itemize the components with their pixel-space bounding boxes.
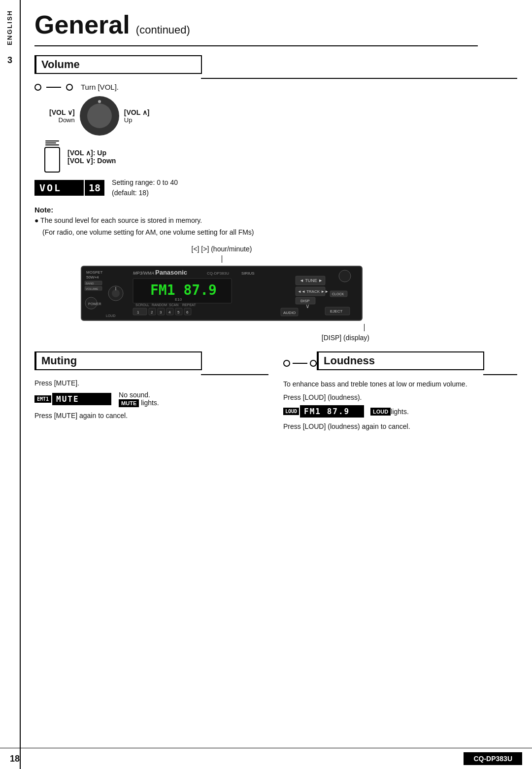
indicator-line (46, 87, 61, 88)
svg-text:EJECT: EJECT (330, 309, 342, 314)
remote-row: [VOL ∧]: Up [VOL ∨]: Down (44, 140, 517, 173)
loudness-section: Loudness To enhance bass and treble tone… (283, 351, 517, 430)
main-content: General (continued) Volume Turn [VOL]. [… (25, 0, 532, 440)
svg-point-45 (112, 289, 120, 297)
knob-diagram: [VOL ∨] Down [VOL ∧] Up (49, 96, 517, 136)
up-label: Up (124, 116, 150, 124)
loud-cancel-label: Press [LOUD] (loudness) again to cancel. (283, 422, 517, 430)
loud-badge: LOUD (370, 408, 391, 416)
turn-vol-label: Turn [VOL]. (81, 83, 119, 91)
indicator-circle-right (66, 84, 73, 91)
muting-section: Muting Press [MUTE]. EMT1 MUTE No sound.… (34, 351, 268, 430)
loudness-line (293, 363, 307, 364)
svg-text:CLOCK: CLOCK (332, 292, 344, 296)
loud-display-row: LOUD FM1 87.9 LOUD lights. (283, 405, 517, 418)
svg-text:CQ-DP383U: CQ-DP383U (207, 271, 229, 276)
knob-dot (98, 100, 101, 103)
svg-text:MOSFET: MOSFET (86, 270, 102, 275)
svg-text:3: 3 (160, 310, 162, 315)
muting-header: Muting (34, 351, 202, 370)
svg-text:Panasonic: Panasonic (155, 269, 187, 276)
svg-text:BAND: BAND (86, 282, 94, 285)
svg-text:1: 1 (137, 310, 139, 315)
no-sound-text: No sound. MUTE lights. (119, 391, 159, 407)
vol-knob[interactable] (80, 96, 119, 136)
sidebar-chapter-number: 3 (7, 55, 12, 66)
note-detail1: (For radio, one volume setting for AM, o… (42, 227, 517, 238)
svg-text:REPEAT: REPEAT (182, 303, 196, 307)
radio-svg: MOSFET 50W×4 BAND VOLUME POWER MP3/WMA P… (79, 264, 365, 323)
vol-display-screen: VOL (34, 180, 84, 196)
svg-text:VOLUME: VOLUME (86, 287, 98, 290)
svg-rect-20 (133, 308, 147, 315)
knob-inner (87, 104, 112, 128)
top-arrow (64, 255, 379, 263)
svg-text:◄◄ TRACK ►►: ◄◄ TRACK ►► (298, 289, 329, 294)
model-number: CQ-DP383U (464, 752, 522, 765)
page-title: General (34, 10, 130, 39)
loudness-description: To enhance bass and treble tones at low … (283, 379, 517, 389)
loud-screen-group: LOUD FM1 87.9 (283, 405, 364, 418)
svg-text:SCAN: SCAN (169, 303, 178, 307)
loudness-header: Loudness (317, 351, 484, 370)
volume-header: Volume (34, 55, 202, 74)
mute-display-screen: MUTE (52, 393, 111, 405)
loudness-indicator-right (310, 360, 317, 367)
svg-text:6: 6 (186, 310, 189, 315)
vol-up-label: [VOL ∧] (124, 108, 150, 116)
svg-text:FM1 87.9: FM1 87.9 (150, 282, 217, 298)
svg-text:4: 4 (168, 310, 171, 315)
svg-text:2: 2 (151, 310, 153, 315)
svg-text:50W×4: 50W×4 (86, 275, 99, 280)
svg-text:E10: E10 (175, 297, 182, 302)
vol-down-label-group: [VOL ∨] Down (49, 108, 75, 124)
page-number: 18 (10, 754, 20, 764)
svg-text:LOUD: LOUD (106, 314, 115, 317)
mute-label-small: EMT1 (34, 395, 51, 403)
indicator-circle-left (34, 84, 41, 91)
loud-lights-group: LOUD lights. (368, 408, 409, 416)
loud-lights-text: lights. (391, 408, 409, 416)
remote-vol-up: [VOL ∧]: Up (67, 149, 116, 157)
loud-label-small: LOUD (283, 408, 299, 415)
sidebar: ENGLISH 3 (0, 0, 21, 769)
mute-display-row: EMT1 MUTE No sound. MUTE lights. (34, 391, 268, 407)
mute-lights-text: lights. (141, 399, 159, 407)
vol-down-label: [VOL ∨] (49, 108, 75, 116)
svg-text:∨: ∨ (305, 303, 310, 310)
sidebar-language-label: ENGLISH (6, 10, 14, 45)
remote-icon (44, 140, 60, 173)
bottom-columns: Muting Press [MUTE]. EMT1 MUTE No sound.… (34, 351, 517, 430)
setting-range-text: Setting range: 0 to 40 (default: 18) (112, 177, 178, 198)
svg-text:POWER: POWER (88, 302, 101, 306)
page-subtitle: (continued) (136, 24, 190, 36)
note-section: Note: ● The sound level for each source … (34, 206, 517, 238)
press-mute-label: Press [MUTE]. (34, 379, 268, 387)
vol-display-number: 18 (85, 180, 104, 196)
note-bullet1: ● The sound level for each source is sto… (34, 215, 517, 226)
radio-illustration: [<] [>] (hour/minute) MOSFET 50W×4 BAND … (64, 245, 379, 342)
remote-vol-labels: [VOL ∧]: Up [VOL ∨]: Down (67, 149, 116, 165)
note-title: Note: (34, 206, 517, 214)
svg-point-38 (339, 270, 351, 282)
svg-text:SIRIUS: SIRIUS (241, 271, 255, 276)
remote-vol-down: [VOL ∨]: Down (67, 157, 116, 165)
turn-vol-row: Turn [VOL]. (34, 83, 517, 91)
svg-text:5: 5 (177, 310, 180, 315)
svg-text:SCROLL: SCROLL (135, 303, 149, 307)
svg-text:◄ TUNE ►: ◄ TUNE ► (299, 278, 323, 283)
loud-display-screen: FM1 87.9 (300, 405, 364, 418)
loudness-indicator-left (283, 360, 290, 367)
down-label: Down (49, 116, 75, 124)
bottom-arrow (64, 324, 379, 331)
title-row: General (continued) (34, 10, 517, 39)
svg-text:AUDIO: AUDIO (283, 311, 296, 315)
annotation-hour-minute: [<] [>] (hour/minute) (64, 245, 379, 253)
mute-screen-group: EMT1 MUTE (34, 393, 111, 405)
vol-display-group: VOL 18 (34, 180, 104, 196)
vol-up-label-group: [VOL ∧] Up (124, 108, 150, 124)
svg-text:MP3/WMA: MP3/WMA (133, 271, 154, 276)
svg-text:RANDOM: RANDOM (152, 303, 167, 307)
vol-display-row: VOL 18 Setting range: 0 to 40 (default: … (34, 177, 517, 198)
mute-cancel-label: Press [MUTE] again to cancel. (34, 412, 268, 419)
